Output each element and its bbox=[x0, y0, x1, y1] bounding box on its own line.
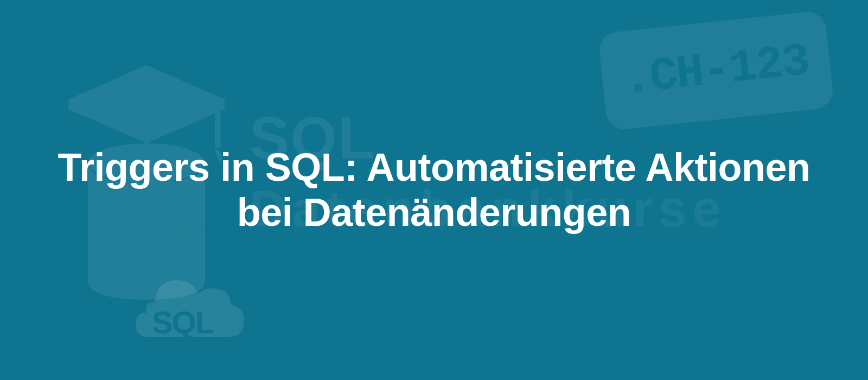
watermark-badge-text: .CH-123 bbox=[621, 35, 811, 106]
svg-rect-0 bbox=[215, 109, 221, 148]
svg-text:SQL: SQL bbox=[152, 305, 214, 340]
watermark-badge: .CH-123 bbox=[598, 10, 835, 131]
page-title: Triggers in SQL: Automatisierte Aktionen… bbox=[43, 145, 825, 235]
watermark-cloud-sql-icon: SQL bbox=[108, 258, 260, 358]
